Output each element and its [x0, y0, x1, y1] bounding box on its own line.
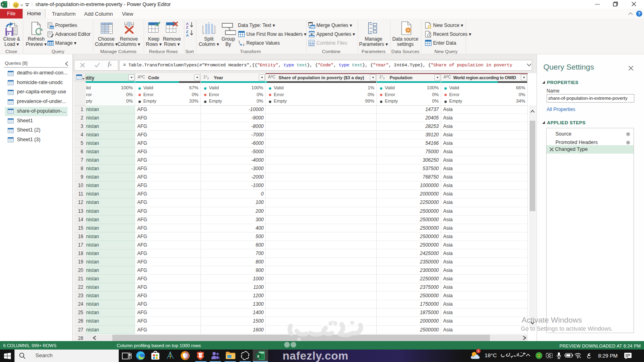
svg-text:X: X [2, 3, 4, 6]
svg-text:1: 1 [238, 40, 240, 43]
svg-text:x: x [257, 354, 260, 358]
svg-text:Z: Z [186, 25, 188, 29]
svg-text:?: ? [638, 11, 640, 16]
svg-text:2: 2 [243, 43, 245, 46]
